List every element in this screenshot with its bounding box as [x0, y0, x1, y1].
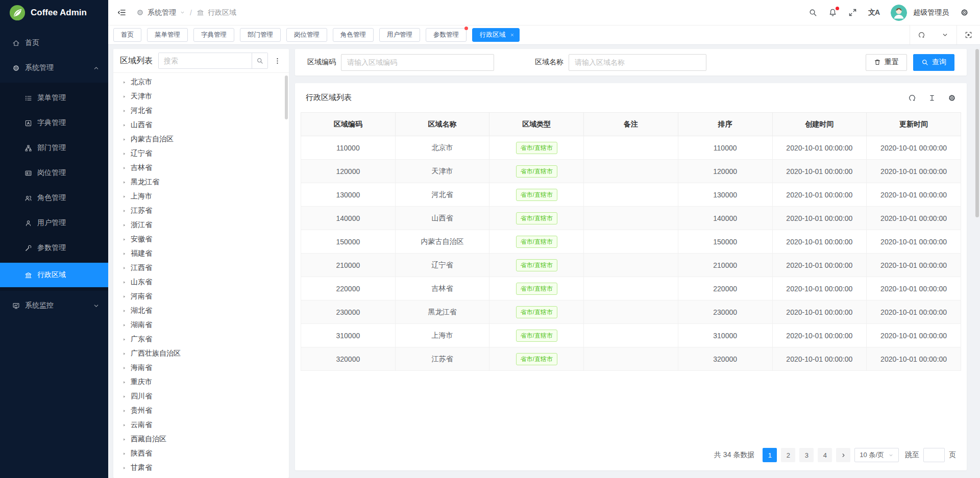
logo[interactable]: Coffee Admin	[0, 0, 108, 26]
sidebar-item-dict-management[interactable]: 字典管理	[0, 113, 108, 133]
tree-item[interactable]: 甘肃省	[113, 461, 289, 475]
tree-item[interactable]: 重庆市	[113, 375, 289, 389]
tree-item[interactable]: 海南省	[113, 361, 289, 375]
tree-item[interactable]: 陕西省	[113, 446, 289, 461]
tab-role-management[interactable]: 角色管理	[333, 28, 374, 42]
table-row[interactable]: 150000内蒙古自治区省市/直辖市1500002020-10-01 00:00…	[301, 230, 961, 254]
cell-type: 省市/直辖市	[489, 347, 584, 371]
gear-icon[interactable]	[948, 94, 956, 102]
page-button-1[interactable]: 1	[763, 448, 777, 462]
column-header: 更新时间	[867, 113, 961, 136]
sidebar-item-admin-region[interactable]: 行政区域	[0, 263, 108, 287]
tree-search-input[interactable]	[159, 53, 252, 68]
tree-item[interactable]: 江苏省	[113, 204, 289, 218]
tab-admin-region[interactable]: 行政区域	[472, 28, 520, 42]
page-button-4[interactable]: 4	[818, 448, 832, 462]
cell-remark	[584, 347, 678, 371]
sidebar-item-dept-management[interactable]: 部门管理	[0, 138, 108, 158]
page-button-2[interactable]: 2	[781, 448, 795, 462]
region-type-tag: 省市/直辖市	[516, 142, 557, 154]
tab-user-management[interactable]: 用户管理	[379, 28, 420, 42]
sidebar-item-post-management[interactable]: 岗位管理	[0, 163, 108, 183]
tab-post-management[interactable]: 岗位管理	[286, 28, 327, 42]
tree-item[interactable]: 山东省	[113, 275, 289, 289]
jump-page-input[interactable]	[923, 448, 945, 462]
tab-param-management[interactable]: 参数管理	[426, 28, 467, 42]
table-row[interactable]: 230000黑龙江省省市/直辖市2300002020-10-01 00:00:0…	[301, 300, 961, 324]
user-name[interactable]: 超级管理员	[913, 8, 949, 17]
sidebar-item-user-management[interactable]: 用户管理	[0, 213, 108, 233]
tab-menu-management[interactable]: 菜单管理	[147, 28, 188, 42]
table-row[interactable]: 120000天津市省市/直辖市1200002020-10-01 00:00:00…	[301, 160, 961, 183]
refresh-icon[interactable]	[908, 94, 916, 102]
tree-item[interactable]: 吉林省	[113, 161, 289, 175]
cell-type: 省市/直辖市	[489, 183, 584, 207]
dots-icon[interactable]	[274, 57, 281, 65]
tree-item[interactable]: 北京市	[113, 75, 289, 89]
tree-item[interactable]: 湖南省	[113, 318, 289, 332]
sidebar-item-param-management[interactable]: 参数管理	[0, 238, 108, 258]
tree-item[interactable]: 河南省	[113, 289, 289, 304]
tree-item-label: 贵州省	[131, 406, 152, 415]
tab-dict-management[interactable]: 字典管理	[193, 28, 234, 42]
region-code-input[interactable]	[341, 54, 494, 71]
sidebar-item-role-management[interactable]: 角色管理	[0, 188, 108, 208]
jump-suffix: 页	[949, 450, 956, 460]
tree-item[interactable]: 天津市	[113, 89, 289, 104]
refresh-icon[interactable]	[910, 26, 933, 44]
tree-item[interactable]: 贵州省	[113, 404, 289, 418]
search-icon[interactable]	[808, 8, 817, 17]
table-row[interactable]: 220000吉林省省市/直辖市2200002020-10-01 00:00:00…	[301, 277, 961, 300]
tree-item[interactable]: 黑龙江省	[113, 175, 289, 189]
query-button[interactable]: 查询	[913, 54, 954, 71]
tab-dept-management[interactable]: 部门管理	[240, 28, 281, 42]
tree-item[interactable]: 青海省	[113, 475, 289, 478]
tree-item[interactable]: 西藏自治区	[113, 432, 289, 446]
tree-item[interactable]: 山西省	[113, 118, 289, 132]
tab-home[interactable]: 首页	[113, 28, 141, 42]
table-row[interactable]: 110000北京市省市/直辖市1100002020-10-01 00:00:00…	[301, 136, 961, 160]
tree-scrollbar[interactable]	[285, 76, 288, 119]
tree-item[interactable]: 福建省	[113, 246, 289, 261]
tree-item[interactable]: 广东省	[113, 332, 289, 346]
tree-item[interactable]: 河北省	[113, 104, 289, 118]
sidebar-item-label: 首页	[25, 38, 39, 47]
sidebar-item-system-management[interactable]: 系统管理	[0, 58, 108, 78]
breadcrumb-section[interactable]: 系统管理	[148, 8, 176, 17]
tree-item[interactable]: 辽宁省	[113, 146, 289, 161]
tree-item[interactable]: 云南省	[113, 418, 289, 432]
tree-item[interactable]: 湖北省	[113, 304, 289, 318]
table-row[interactable]: 320000江苏省省市/直辖市3200002020-10-01 00:00:00…	[301, 347, 961, 371]
sidebar-item-menu-management[interactable]: 菜单管理	[0, 88, 108, 108]
tree-item[interactable]: 安徽省	[113, 232, 289, 246]
table-row[interactable]: 310000上海市省市/直辖市3100002020-10-01 00:00:00…	[301, 324, 961, 347]
sidebar-item-system-monitor[interactable]: 系统监控	[0, 295, 108, 316]
tree-item[interactable]: 江西省	[113, 261, 289, 275]
text-height-icon[interactable]	[928, 94, 936, 102]
next-page-button[interactable]	[836, 448, 850, 462]
region-name-input[interactable]	[569, 54, 706, 71]
tree-item[interactable]: 四川省	[113, 389, 289, 404]
page-scrollbar[interactable]	[975, 49, 979, 217]
table-row[interactable]: 210000辽宁省省市/直辖市2100002020-10-01 00:00:00…	[301, 254, 961, 277]
search-icon[interactable]	[252, 53, 267, 68]
fullscreen-icon[interactable]	[848, 8, 857, 17]
expand-icon[interactable]	[957, 26, 980, 44]
tree-item[interactable]: 内蒙古自治区	[113, 132, 289, 146]
reset-button[interactable]: 重置	[866, 54, 907, 71]
table-row[interactable]: 130000河北省省市/直辖市1300002020-10-01 00:00:00…	[301, 183, 961, 207]
page-button-3[interactable]: 3	[799, 448, 814, 462]
tree-item[interactable]: 上海市	[113, 189, 289, 204]
page-size-select[interactable]: 10 条/页	[854, 448, 899, 462]
settings-gear-icon[interactable]	[960, 8, 969, 17]
avatar[interactable]	[891, 5, 907, 21]
chevron-down-icon	[888, 452, 894, 458]
chevron-down-icon[interactable]	[933, 26, 957, 44]
tree-item[interactable]: 浙江省	[113, 218, 289, 232]
translate-icon[interactable]: 文A	[868, 8, 879, 17]
table-row[interactable]: 140000山西省省市/直辖市1400002020-10-01 00:00:00…	[301, 207, 961, 230]
bell-icon[interactable]	[828, 8, 837, 17]
menu-fold-icon[interactable]	[117, 8, 126, 17]
tree-item[interactable]: 广西壮族自治区	[113, 346, 289, 361]
sidebar-item-home[interactable]: 首页	[0, 33, 108, 53]
